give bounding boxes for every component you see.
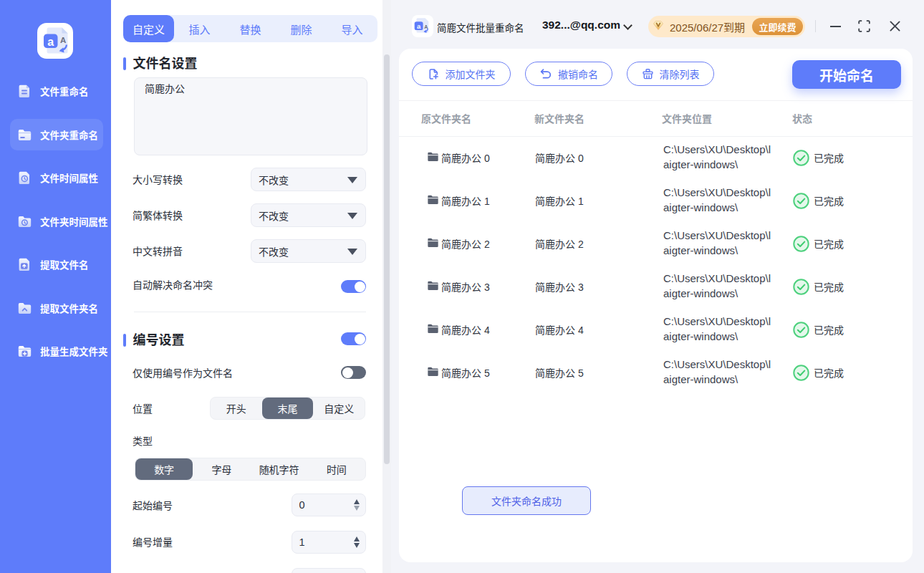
svg-text:a: a	[47, 36, 54, 48]
svg-text:A: A	[60, 36, 66, 44]
svg-text:a: a	[417, 22, 421, 30]
